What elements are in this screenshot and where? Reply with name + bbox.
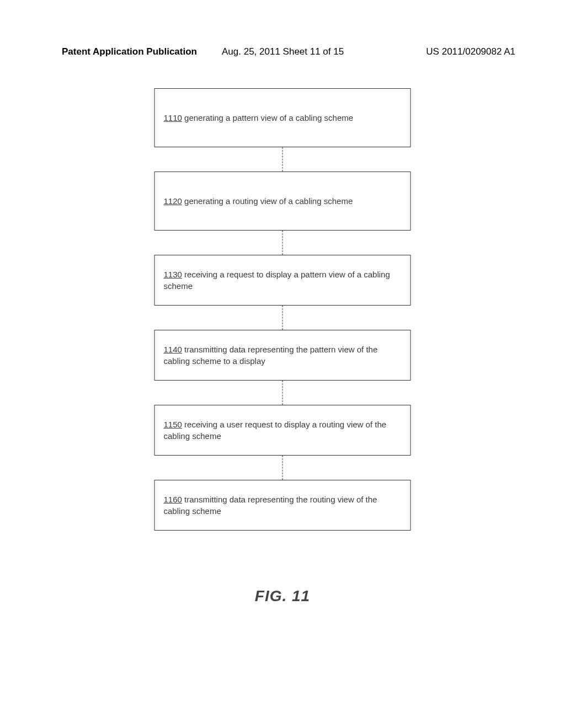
step-text-content: transmitting data representing the routi…	[164, 495, 377, 516]
header-right: US 2011/0209082 A1	[426, 46, 515, 57]
step-text-content: generating a pattern view of a cabling s…	[184, 113, 353, 122]
flow-connector	[282, 456, 283, 480]
step-num: 1120	[164, 196, 182, 206]
step-text-content: transmitting data representing the patte…	[164, 345, 378, 366]
step-text-content: receiving a user request to display a ro…	[164, 420, 387, 441]
flow-step-1130: 1130 receiving a request to display a pa…	[154, 255, 411, 306]
flow-step-1150: 1150 receiving a user request to display…	[154, 405, 411, 456]
flow-connector	[282, 231, 283, 255]
step-num: 1110	[164, 113, 182, 122]
page-header: Patent Application Publication Aug. 25, …	[62, 46, 515, 57]
figure-label: FIG. 11	[255, 587, 310, 605]
flow-connector	[282, 147, 283, 172]
step-num: 1150	[164, 420, 182, 429]
step-text-content: generating a routing view of a cabling s…	[184, 196, 353, 206]
flow-connector	[282, 381, 283, 405]
step-text-content: receiving a request to display a pattern…	[164, 270, 390, 291]
flow-step-1120: 1120 generating a routing view of a cabl…	[154, 172, 411, 231]
step-num: 1140	[164, 345, 182, 354]
flow-step-1160: 1160 transmitting data representing the …	[154, 480, 411, 531]
header-left: Patent Application Publication	[62, 46, 197, 57]
flow-connector	[282, 306, 283, 330]
flowchart: 1110 generating a pattern view of a cabl…	[154, 88, 411, 531]
header-center: Aug. 25, 2011 Sheet 11 of 15	[222, 46, 344, 57]
flow-step-1110: 1110 generating a pattern view of a cabl…	[154, 88, 411, 147]
step-num: 1160	[164, 495, 182, 504]
flow-step-1140: 1140 transmitting data representing the …	[154, 330, 411, 381]
step-num: 1130	[164, 270, 182, 279]
